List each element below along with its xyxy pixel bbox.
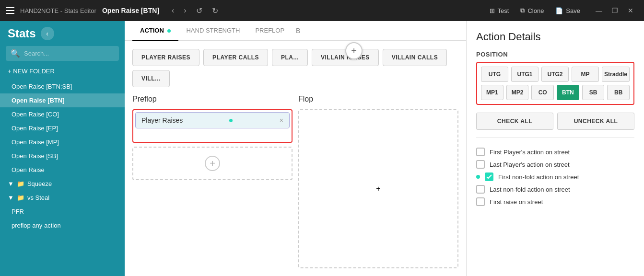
nav-back-button[interactable]: ‹ <box>169 5 177 16</box>
position-row-2: MP1 MP2 CO BTN SB BB <box>481 85 630 100</box>
sidebar-item-pfr[interactable]: PFR <box>0 205 125 218</box>
flop-add-box[interactable]: + <box>298 109 458 268</box>
close-button[interactable]: ✕ <box>623 5 638 16</box>
nav-forward-button[interactable]: › <box>181 5 189 16</box>
checkbox-first-raise[interactable] <box>476 197 485 206</box>
position-btn[interactable]: BTN <box>557 85 579 100</box>
right-panel: Action Details POSITION UTG UTG1 UTG2 MP… <box>467 21 644 276</box>
sidebar-item-open-raise-sb[interactable]: Open Raise [SB] <box>0 149 125 163</box>
player-raises-card[interactable]: Player Raises × <box>135 112 290 128</box>
position-straddle[interactable]: Straddle <box>602 67 630 82</box>
save-icon: 📄 <box>555 7 563 14</box>
sidebar-search-box: 🔍 <box>6 46 119 61</box>
sidebar-item-open-raise-ep[interactable]: Open Raise [EP] <box>0 121 125 135</box>
position-sb[interactable]: SB <box>582 85 605 100</box>
sidebar-collapse-button[interactable]: ‹ <box>41 27 54 40</box>
add-stat-button[interactable]: + <box>345 42 363 59</box>
sidebar-item-open-raise[interactable]: Open Raise <box>0 163 125 177</box>
flop-column: Flop + <box>298 95 458 268</box>
tab-more[interactable]: B <box>292 21 304 40</box>
tab-action[interactable]: ACTION <box>132 21 178 41</box>
checkbox-label-last-nonfold-action: Last non-fold action on street <box>490 186 570 193</box>
checkbox-first-player-action[interactable] <box>476 148 485 156</box>
new-folder-button[interactable]: + NEW FOLDER <box>0 65 125 78</box>
folder-icon: 📁 <box>17 194 24 201</box>
position-section-label: POSITION <box>476 51 634 58</box>
sidebar-folder-vs-steal[interactable]: ▼ 📁 vs Steal <box>0 191 125 205</box>
action-buttons: PLAYER RAISES PLAYER CALLS PLA... VILLAI… <box>125 41 466 91</box>
chevron-down-icon: ▼ <box>8 180 14 187</box>
position-mp2[interactable]: MP2 <box>506 85 529 100</box>
checkbox-list: First Player's action on street Last Pla… <box>476 146 634 208</box>
check-all-button[interactable]: CHECK ALL <box>476 113 553 130</box>
folder-icon: 📁 <box>17 180 24 187</box>
streets-area: Preflop Player Raises × + Flop + <box>125 91 466 276</box>
position-co[interactable]: CO <box>531 85 554 100</box>
clone-button[interactable]: ⧉ Clone <box>515 5 549 16</box>
player-raises-card-label: Player Raises <box>141 116 183 124</box>
position-utg[interactable]: UTG <box>481 67 508 82</box>
checkbox-row-first-nonfold-action: First non-fold action on street <box>476 171 634 183</box>
preflop-add-box[interactable]: + <box>132 147 293 180</box>
redo-button[interactable]: ↻ <box>209 5 221 16</box>
test-button[interactable]: ⊞ Test <box>485 5 514 16</box>
checkbox-label-first-raise: First raise on street <box>490 198 543 206</box>
position-utg1[interactable]: UTG1 <box>511 67 539 82</box>
tabs-wrapper: ACTION HAND STRENGTH PREFLOP B + <box>125 21 466 41</box>
center-panel: ACTION HAND STRENGTH PREFLOP B + PLAYER … <box>125 21 467 276</box>
minimize-button[interactable]: — <box>591 5 607 16</box>
checkbox-row-last-player-action: Last Player's action on street <box>476 158 634 171</box>
checkbox-row-first-player-action: First Player's action on street <box>476 146 634 158</box>
checkbox-row-first-raise: First raise on street <box>476 196 634 208</box>
save-button[interactable]: 📄 Save <box>550 5 585 16</box>
sidebar-item-open-raise-mp[interactable]: Open Raise [MP] <box>0 135 125 149</box>
position-mp[interactable]: MP <box>572 67 599 82</box>
position-utg2[interactable]: UTG2 <box>541 67 569 82</box>
chevron-down-icon: ▼ <box>8 194 14 201</box>
action-details-title: Action Details <box>476 31 634 43</box>
add-flop-icon: + <box>376 184 380 193</box>
app-name: HAND2NOTE - Stats Editor <box>20 7 96 14</box>
titlebar: HAND2NOTE - Stats Editor Open Raise [BTN… <box>0 0 644 21</box>
checkbox-label-first-nonfold-action: First non-fold action on street <box>498 173 579 181</box>
tabs-bar: ACTION HAND STRENGTH PREFLOP B <box>125 21 466 41</box>
sidebar-folder-squeeze[interactable]: ▼ 📁 Squeeze <box>0 177 125 191</box>
sidebar-title: Stats <box>8 27 36 40</box>
menu-icon[interactable] <box>6 7 14 14</box>
checkbox-label-first-player-action: First Player's action on street <box>490 149 570 156</box>
sidebar-item-open-raise-btn[interactable]: Open Raise [BTN] <box>0 93 125 107</box>
search-input[interactable] <box>24 50 114 57</box>
main-layout: Stats ‹ 🔍 + NEW FOLDER Open Raise [BTN;S… <box>0 21 644 276</box>
sidebar-item-open-raise-btn-sb[interactable]: Open Raise [BTN;SB] <box>0 80 125 93</box>
card-close-button[interactable]: × <box>280 116 283 124</box>
window-controls: — ❐ ✕ <box>591 5 638 16</box>
player-raises-button[interactable]: PLAYER RAISES <box>132 49 199 66</box>
test-icon: ⊞ <box>490 7 495 14</box>
sidebar-item-preflop-any-action[interactable]: preflop any action <box>0 218 125 232</box>
action-tab-dot <box>167 29 171 33</box>
player-more-button[interactable]: PLA... <box>272 49 308 66</box>
checkmark-icon <box>486 174 492 179</box>
sidebar-list: Open Raise [BTN;SB] Open Raise [BTN] Ope… <box>0 78 125 276</box>
villain-calls-button[interactable]: VILLAIN CALLS <box>383 49 447 66</box>
tab-preflop[interactable]: PREFLOP <box>247 21 292 41</box>
position-grid: UTG UTG1 UTG2 MP Straddle MP1 MP2 CO BTN… <box>476 62 634 105</box>
uncheck-all-button[interactable]: UNCHECK ALL <box>557 113 634 130</box>
position-mp1[interactable]: MP1 <box>481 85 503 100</box>
add-preflop-icon: + <box>205 156 220 171</box>
maximize-button[interactable]: ❐ <box>607 5 623 16</box>
checkbox-last-nonfold-action[interactable] <box>476 185 485 194</box>
sidebar: Stats ‹ 🔍 + NEW FOLDER Open Raise [BTN;S… <box>0 21 125 276</box>
card-dot <box>229 119 233 122</box>
position-bb[interactable]: BB <box>607 85 630 100</box>
position-row-1: UTG UTG1 UTG2 MP Straddle <box>481 67 630 82</box>
green-indicator-dot <box>476 175 480 179</box>
checkbox-first-nonfold-action[interactable] <box>485 172 493 181</box>
checkbox-label-last-player-action: Last Player's action on street <box>490 161 570 168</box>
undo-button[interactable]: ↺ <box>193 5 205 16</box>
checkbox-last-player-action[interactable] <box>476 160 485 169</box>
villain-more-button[interactable]: VILL... <box>132 70 170 87</box>
player-calls-button[interactable]: PLAYER CALLS <box>203 49 268 66</box>
tab-hand-strength[interactable]: HAND STRENGTH <box>178 21 247 41</box>
sidebar-item-open-raise-co[interactable]: Open Raise [CO] <box>0 107 125 121</box>
